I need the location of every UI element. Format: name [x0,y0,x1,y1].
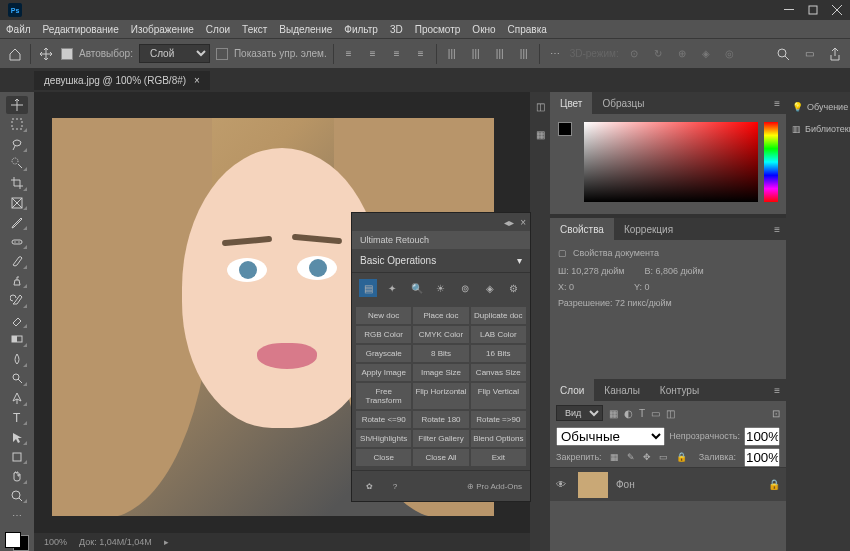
share-icon[interactable] [826,45,844,63]
libraries-button[interactable]: ▥ Библиотеки [790,118,846,140]
marquee-tool[interactable] [6,116,28,134]
fg-bg-swatches[interactable] [5,532,29,551]
menu-view[interactable]: Просмотр [415,24,461,35]
distribute-icon[interactable]: ||| [491,45,509,63]
learn-button[interactable]: 💡 Обучение [790,96,846,118]
ur-tab-gear-icon[interactable]: ⚙ [505,279,523,297]
align-icon[interactable]: ≡ [340,45,358,63]
hand-tool[interactable] [6,467,28,485]
ur-button-blend-options[interactable]: Blend Options [471,430,526,447]
lock-all-icon[interactable]: ▦ [610,452,619,462]
ur-button-rotate-90[interactable]: Rotate <=90 [356,411,411,428]
ur-button-grayscale[interactable]: Grayscale [356,345,411,362]
ur-button-rotate-90[interactable]: Rotate =>90 [471,411,526,428]
menu-text[interactable]: Текст [242,24,267,35]
section-collapse-icon[interactable]: ▾ [517,255,522,266]
layer-visibility-icon[interactable]: 👁 [556,479,570,490]
heal-brush-tool[interactable] [6,233,28,251]
document-tab[interactable]: девушка.jpg @ 100% (RGB/8#) × [34,71,210,90]
ur-button-flip-vertical[interactable]: Flip Vertical [471,383,526,409]
ur-button-flip-horizontal[interactable]: Flip Horizontal [413,383,468,409]
gradient-tool[interactable] [6,331,28,349]
tab-properties[interactable]: Свойства [550,218,614,240]
zoom-tool[interactable] [6,487,28,505]
clone-stamp-tool[interactable] [6,272,28,290]
path-select-tool[interactable] [6,428,28,446]
ur-button-cmyk-color[interactable]: CMYK Color [413,326,468,343]
blur-tool[interactable] [6,350,28,368]
ur-help-icon[interactable]: ? [386,477,404,495]
lock-pixel-icon[interactable]: ✎ [627,452,635,462]
frame-tool[interactable] [6,194,28,212]
tab-layers[interactable]: Слои [550,379,594,401]
blend-mode-select[interactable]: Обычные [556,427,665,446]
ur-button-free-transform[interactable]: Free Transform [356,383,411,409]
hue-slider[interactable] [764,122,778,202]
panel-close-icon[interactable]: × [520,217,526,228]
ur-tab-diamond-icon[interactable]: ◈ [481,279,499,297]
filter-type-icon[interactable]: T [639,408,645,419]
eraser-tool[interactable] [6,311,28,329]
shape-tool[interactable] [6,448,28,466]
3d-tool-icon[interactable]: ◎ [721,45,739,63]
ur-button-16-bits[interactable]: 16 Bits [471,345,526,362]
ur-button-filter-gallery[interactable]: Filter Gallery [413,430,468,447]
ur-button-close-all[interactable]: Close All [413,449,468,466]
close-button[interactable] [832,5,842,15]
ur-button-lab-color[interactable]: LAB Color [471,326,526,343]
search-icon[interactable] [774,45,792,63]
menu-image[interactable]: Изображение [131,24,194,35]
menu-layers[interactable]: Слои [206,24,230,35]
ur-button-exit[interactable]: Exit [471,449,526,466]
layer-name[interactable]: Фон [616,479,635,490]
layer-filter-select[interactable]: Вид [556,405,603,421]
minimize-button[interactable] [784,5,794,15]
filter-adjust-icon[interactable]: ◐ [624,408,633,419]
maximize-button[interactable] [808,5,818,15]
menu-file[interactable]: Файл [6,24,31,35]
fg-swatch[interactable] [5,532,21,548]
close-tab-icon[interactable]: × [194,75,200,86]
opacity-input[interactable] [744,427,780,446]
align-icon[interactable]: ≡ [412,45,430,63]
lasso-tool[interactable] [6,135,28,153]
ur-tab-zoom-icon[interactable]: 🔍 [408,279,426,297]
menu-window[interactable]: Окно [472,24,495,35]
more-icon[interactable]: ⋯ [546,45,564,63]
3d-tool-icon[interactable]: ⊙ [625,45,643,63]
move-tool-icon[interactable] [37,45,55,63]
tab-swatches[interactable]: Образцы [592,92,654,114]
ur-button-place-doc[interactable]: Place doc [413,307,468,324]
ur-button-apply-image[interactable]: Apply Image [356,364,411,381]
brush-tool[interactable] [6,252,28,270]
doc-size[interactable]: Док: 1,04M/1,04M [79,537,152,547]
ur-tab-heal-icon[interactable]: ✦ [383,279,401,297]
distribute-icon[interactable]: ||| [443,45,461,63]
type-tool[interactable]: T [6,409,28,427]
menu-select[interactable]: Выделение [279,24,332,35]
tab-color[interactable]: Цвет [550,92,592,114]
ur-button-duplicate-doc[interactable]: Duplicate doc [471,307,526,324]
color-spectrum[interactable] [584,122,758,202]
auto-select-checkbox[interactable] [61,48,73,60]
auto-select-target[interactable]: Слой [139,44,210,63]
lock-pos-icon[interactable]: ✥ [643,452,651,462]
filter-toggle[interactable]: ⊡ [772,408,780,419]
align-icon[interactable]: ≡ [364,45,382,63]
layer-lock-icon[interactable]: 🔒 [768,479,780,490]
3d-tool-icon[interactable]: ↻ [649,45,667,63]
ur-tab-doc-icon[interactable]: ▤ [359,279,377,297]
menu-3d[interactable]: 3D [390,24,403,35]
distribute-icon[interactable]: ||| [515,45,533,63]
distribute-icon[interactable]: ||| [467,45,485,63]
lock-art-icon[interactable]: ▭ [659,452,668,462]
layer-thumbnail[interactable] [578,472,608,498]
ur-settings-icon[interactable]: ✿ [360,477,378,495]
3d-tool-icon[interactable]: ⊕ [673,45,691,63]
panel-menu-icon[interactable]: ≡ [768,385,786,396]
status-arrow-icon[interactable]: ▸ [164,537,169,547]
tab-paths[interactable]: Контуры [650,379,709,401]
ur-button-rgb-color[interactable]: RGB Color [356,326,411,343]
ur-button-sh-highlights[interactable]: Sh/Highlights [356,430,411,447]
tab-adjustments[interactable]: Коррекция [614,218,683,240]
